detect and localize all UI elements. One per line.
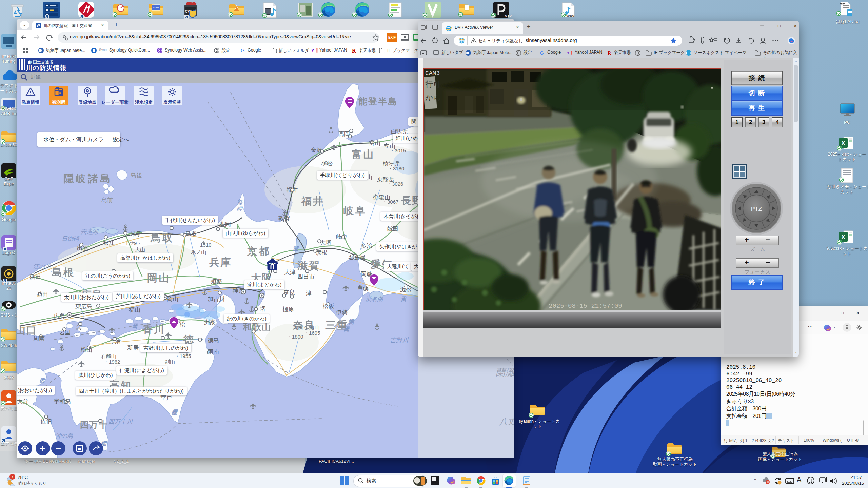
svg-text:松山: 松山 — [81, 347, 92, 353]
svg-text:沖の島: 沖の島 — [56, 433, 73, 439]
svg-text:・3015: ・3015 — [390, 148, 406, 154]
svg-text:・1800: ・1800 — [287, 334, 303, 340]
svg-text:金沢: 金沢 — [311, 147, 322, 154]
svg-text:益田: 益田 — [37, 291, 48, 298]
svg-text:福井: 福井 — [286, 187, 298, 193]
svg-text:神戸: 神戸 — [232, 288, 244, 294]
svg-text:発表情報: 発表情報 — [21, 100, 40, 105]
svg-text:WAV: WAV — [566, 14, 575, 18]
svg-text:津: 津 — [306, 290, 312, 297]
svg-text:松阪: 松阪 — [323, 303, 334, 309]
svg-text:岩国: 岩国 — [59, 329, 71, 336]
svg-text:Ackie: Ackie — [153, 6, 159, 9]
svg-text:日御碕: 日御碕 — [62, 236, 80, 242]
svg-text:阿南: 阿南 — [208, 349, 219, 355]
svg-text:登録地点: 登録地点 — [78, 100, 96, 105]
svg-text:大山: 大山 — [135, 247, 145, 252]
svg-text:福山: 福山 — [129, 307, 140, 313]
svg-text:Y❗: Y❗ — [311, 48, 318, 54]
svg-text:高岡: 高岡 — [338, 131, 350, 137]
svg-text:観測所: 観測所 — [52, 100, 65, 105]
svg-text:四日市: 四日市 — [297, 273, 315, 280]
svg-text:名古屋: 名古屋 — [348, 254, 366, 261]
svg-text:呉: 呉 — [76, 324, 82, 331]
svg-text:レーダー雨量: レーダー雨量 — [102, 100, 129, 105]
svg-text:洲本: 洲本 — [204, 319, 216, 325]
svg-text:米子: 米子 — [130, 231, 142, 237]
svg-text:四万十: 四万十 — [80, 420, 108, 430]
svg-text:蘭灘: 蘭灘 — [496, 367, 514, 378]
svg-text:G: G — [241, 47, 245, 53]
svg-text:島後: 島後 — [131, 172, 142, 179]
svg-text:出雲: 出雲 — [77, 245, 88, 251]
svg-text:CAM3: CAM3 — [425, 70, 440, 77]
svg-text:1510: 1510 — [200, 242, 211, 248]
svg-text:三崎: 三崎 — [132, 323, 138, 329]
svg-text:2025-08-15 21:57:09: 2025-08-15 21:57:09 — [549, 302, 622, 310]
svg-text:天竜川: 天竜川 — [400, 296, 406, 302]
svg-text:山口: 山口 — [17, 325, 37, 336]
svg-text:宍道湖: 宍道湖 — [81, 229, 99, 235]
svg-text:1729・: 1729・ — [125, 240, 142, 246]
svg-text:隠岐諸島: 隠岐諸島 — [63, 173, 112, 184]
svg-text:島前: 島前 — [101, 197, 113, 203]
svg-text:京都: 京都 — [247, 246, 270, 257]
svg-text:兵庫: 兵庫 — [209, 257, 232, 268]
svg-text:・3026: ・3026 — [387, 181, 403, 187]
svg-text:PTZ: PTZ — [751, 206, 762, 212]
svg-text:佐伯: 佐伯 — [40, 418, 52, 424]
svg-text:浸水想定: 浸水想定 — [135, 100, 153, 105]
svg-text:敦賀: 敦賀 — [278, 215, 290, 222]
svg-text:宇和島: 宇和島 — [54, 398, 71, 405]
svg-text:大台ヶ原山: 大台ヶ原山 — [293, 324, 320, 330]
svg-text:・1695: ・1695 — [304, 330, 320, 336]
svg-text:江の川: 江の川 — [33, 263, 51, 270]
svg-text:大垣: 大垣 — [320, 240, 331, 246]
svg-text:小松: 小松 — [321, 160, 333, 167]
svg-text:橿原: 橿原 — [282, 306, 294, 312]
svg-text:大津: 大津 — [284, 269, 296, 276]
svg-text:・1982: ・1982 — [104, 359, 120, 365]
svg-text:徳島: 徳島 — [208, 337, 219, 344]
svg-text:香川: 香川 — [142, 324, 165, 335]
svg-text:岡山: 岡山 — [167, 296, 178, 302]
svg-text:石鎚山: 石鎚山 — [101, 353, 116, 359]
svg-text:今治: 今治 — [109, 338, 121, 344]
svg-text:NT2: NT2 — [505, 14, 512, 18]
svg-text:奈良: 奈良 — [283, 289, 295, 296]
svg-text:東広島: 東広島 — [75, 303, 93, 310]
svg-text:新居: 新居 — [127, 345, 139, 351]
svg-text:Y❗: Y❗ — [567, 50, 574, 55]
svg-text:R: R — [352, 48, 356, 54]
svg-text:浜松: 浜松 — [400, 286, 412, 292]
svg-text:浜田: 浜田 — [29, 273, 41, 280]
svg-text:三重: 三重 — [326, 320, 349, 331]
svg-text:浜名湖: 浜名湖 — [366, 296, 383, 302]
svg-text:大分: 大分 — [17, 398, 28, 405]
svg-text:彦根: 彦根 — [316, 249, 328, 256]
svg-text:岡山: 岡山 — [147, 272, 170, 283]
svg-text:岐阜: 岐阜 — [343, 205, 367, 216]
svg-text:岐阜: 岐阜 — [336, 233, 348, 240]
svg-text:能登半島: 能登半島 — [358, 96, 398, 106]
svg-text:氷ノ山: 氷ノ山 — [191, 249, 206, 255]
svg-text:堺: 堺 — [260, 306, 266, 312]
svg-text:R: R — [608, 50, 611, 56]
svg-text:鳥取: 鳥取 — [150, 232, 174, 243]
svg-text:滋賀: 滋賀 — [297, 260, 320, 271]
svg-text:八丈: 八丈 — [499, 417, 514, 426]
svg-text:飯田: 飯田 — [387, 226, 398, 232]
svg-text:・1955: ・1955 — [175, 353, 191, 359]
svg-text:富山: 富山 — [352, 149, 375, 160]
svg-text:和歌山: 和歌山 — [242, 322, 271, 332]
svg-text:・3180: ・3180 — [388, 166, 404, 171]
svg-text:松: 松 — [180, 321, 185, 327]
svg-text:豊橋: 豊橋 — [357, 285, 369, 291]
svg-text:豊岡: 豊岡 — [219, 221, 231, 228]
svg-text:表示切替: 表示切替 — [163, 100, 181, 105]
svg-text:G: G — [540, 50, 544, 56]
svg-text:島根: 島根 — [52, 267, 75, 278]
svg-text:周南: 周南 — [33, 335, 45, 342]
svg-text:四万十川: 四万十川 — [108, 418, 133, 425]
svg-text:吉野川: 吉野川 — [390, 337, 409, 344]
